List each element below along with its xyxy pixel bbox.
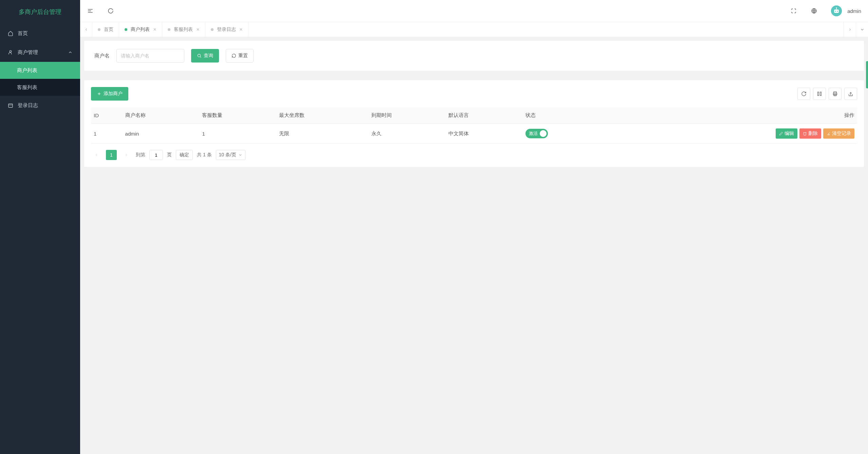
sidebar-submenu-merchant: 商户列表 客服列表: [0, 62, 80, 96]
table-row: 1 admin 1 无限 永久 中文简体 激活: [91, 124, 857, 144]
close-icon[interactable]: ✕: [153, 27, 156, 32]
tab-home[interactable]: 首页: [92, 22, 119, 37]
sidebar-item-agent-list[interactable]: 客服列表: [0, 79, 80, 96]
sidebar-home-label: 首页: [18, 30, 28, 37]
language-icon[interactable]: [811, 7, 817, 14]
main-area: admin 首页 商户列表 ✕ 客服列表: [80, 0, 868, 454]
cell-expiry: 永久: [369, 124, 446, 144]
chevron-up-icon: [68, 50, 73, 55]
col-agents: 客服数量: [199, 107, 276, 124]
svg-rect-18: [818, 92, 819, 96]
page-size-select[interactable]: 10 条/页: [216, 150, 245, 160]
status-switch[interactable]: 激活: [525, 129, 548, 138]
table-export-button[interactable]: [844, 88, 857, 100]
broom-icon: [827, 132, 831, 136]
edit-label: 编辑: [784, 130, 794, 137]
clear-button[interactable]: 清空记录: [823, 128, 854, 139]
filter-card: 商户名 查询 重置: [84, 41, 864, 71]
col-expiry: 到期时间: [369, 107, 446, 124]
cell-id: 1: [91, 124, 123, 144]
svg-point-11: [837, 11, 838, 12]
sidebar-agent-list-label: 客服列表: [17, 84, 37, 91]
edit-button[interactable]: 编辑: [776, 128, 797, 139]
col-name: 商户名称: [123, 107, 200, 124]
menu-toggle-icon[interactable]: [87, 7, 94, 14]
tab-dot: [125, 28, 127, 31]
switch-knob: [540, 130, 547, 137]
calendar-icon: [7, 102, 14, 108]
tab-login-log[interactable]: 登录日志 ✕: [205, 22, 248, 37]
tab-label: 首页: [104, 27, 113, 33]
page-confirm-button[interactable]: 确定: [176, 150, 193, 160]
chevron-down-icon: [238, 153, 242, 157]
cell-max-seats: 无限: [276, 124, 369, 144]
table-toolbar: 添加商户: [91, 87, 857, 101]
search-button-label: 查询: [204, 53, 213, 59]
tab-label: 客服列表: [174, 27, 193, 33]
tab-merchant-list[interactable]: 商户列表 ✕: [119, 22, 162, 37]
page-jump-suffix: 页: [167, 152, 172, 158]
page-jump-input[interactable]: [149, 150, 163, 160]
tabs-scroll-left[interactable]: [80, 22, 92, 37]
tabs-bar: 首页 商户列表 ✕ 客服列表 ✕ 登录日志 ✕: [80, 22, 868, 37]
edit-icon: [779, 132, 783, 136]
svg-point-13: [836, 7, 837, 8]
reset-button-label: 重置: [238, 53, 248, 59]
search-button[interactable]: 查询: [191, 49, 219, 63]
tabs-scroll-right[interactable]: [844, 22, 856, 37]
svg-rect-19: [820, 92, 821, 96]
cell-name: admin: [123, 124, 200, 144]
home-icon: [7, 30, 14, 36]
close-icon[interactable]: ✕: [239, 27, 243, 32]
col-actions: 操作: [606, 107, 857, 124]
sidebar-item-merchant-mgmt[interactable]: 商户管理: [0, 43, 80, 62]
sidebar-item-home[interactable]: 首页: [0, 24, 80, 43]
refresh-icon[interactable]: [107, 7, 114, 14]
content-area: 商户名 查询 重置: [80, 37, 868, 454]
user-icon: [7, 49, 14, 55]
svg-point-10: [835, 11, 836, 12]
search-icon: [197, 53, 202, 58]
page-next[interactable]: [121, 150, 132, 160]
svg-point-0: [10, 51, 11, 52]
tab-label: 登录日志: [217, 27, 236, 33]
page-total: 共 1 条: [197, 152, 212, 158]
switch-label: 激活: [529, 130, 538, 137]
reset-icon: [232, 53, 236, 58]
close-icon[interactable]: ✕: [196, 27, 200, 32]
page-number-1[interactable]: 1: [106, 150, 117, 160]
trash-icon: [803, 132, 807, 136]
clear-label: 清空记录: [832, 130, 851, 137]
table-print-button[interactable]: [829, 88, 842, 100]
sidebar-merchant-mgmt-label: 商户管理: [18, 49, 38, 56]
merchant-name-input[interactable]: [116, 49, 184, 63]
table-columns-button[interactable]: [813, 88, 826, 100]
sidebar-item-merchant-list[interactable]: 商户列表: [0, 62, 80, 79]
add-button-label: 添加商户: [104, 91, 123, 97]
tab-agent-list[interactable]: 客服列表 ✕: [162, 22, 205, 37]
tab-label: 商户列表: [131, 27, 150, 33]
header-bar: admin: [80, 0, 868, 22]
page-prev[interactable]: [91, 150, 102, 160]
tabs-dropdown[interactable]: [856, 22, 868, 37]
table-refresh-button[interactable]: [797, 88, 810, 100]
delete-label: 删除: [808, 130, 818, 137]
svg-rect-9: [834, 10, 839, 13]
table-header-row: ID 商户名称 客服数量 最大坐席数 到期时间 默认语言 状态 操作: [91, 107, 857, 124]
cell-status: 激活: [523, 124, 606, 144]
page-size-label: 10 条/页: [219, 152, 236, 158]
pagination: 1 到第 页 确定 共 1 条 10 条/页: [91, 150, 857, 160]
sidebar: 多商户后台管理 首页 商户管理 商户列表: [0, 0, 80, 454]
filter-label: 商户名: [94, 53, 110, 59]
sidebar-item-login-log[interactable]: 登录日志: [0, 96, 80, 115]
avatar[interactable]: [831, 5, 842, 16]
fullscreen-icon[interactable]: [790, 7, 797, 14]
username-label[interactable]: admin: [847, 8, 861, 14]
col-id: ID: [91, 107, 123, 124]
reset-button[interactable]: 重置: [226, 49, 254, 63]
brand-title: 多商户后台管理: [0, 0, 80, 24]
add-merchant-button[interactable]: 添加商户: [91, 87, 128, 101]
delete-button[interactable]: 删除: [799, 128, 821, 139]
merchant-table: ID 商户名称 客服数量 最大坐席数 到期时间 默认语言 状态 操作 1: [91, 107, 857, 144]
right-edge-indicator[interactable]: [866, 61, 868, 88]
